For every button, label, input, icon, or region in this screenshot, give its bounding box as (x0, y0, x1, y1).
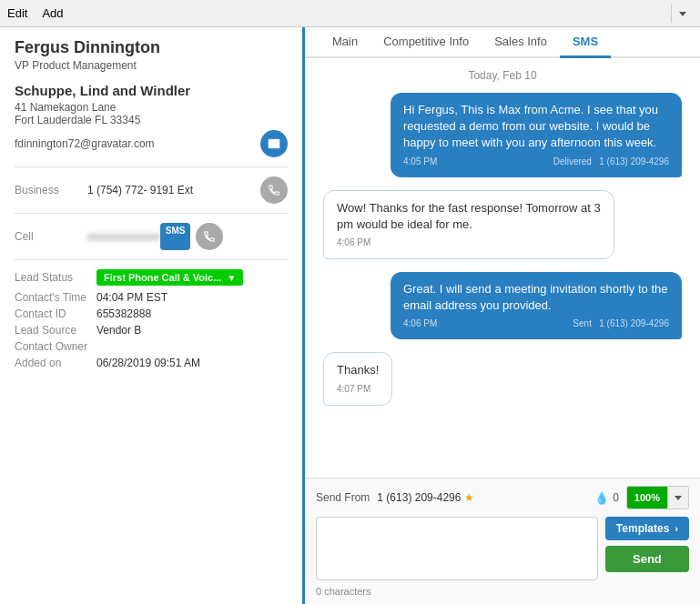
message-time: 4:06 PM (337, 237, 370, 249)
message-meta: 4:06 PM (337, 237, 601, 249)
send-button[interactable]: Send (605, 546, 689, 572)
added-on-label: Added on (15, 357, 96, 369)
message-bubble: Hi Fergus, This is Max from Acme. I see … (391, 93, 682, 177)
message-meta: 4:05 PM Delivered 1 (613) 209-4296 (403, 156, 669, 168)
envelope-icon (268, 137, 280, 150)
company-name: Schuppe, Lind and Windler (15, 83, 288, 98)
lead-source-value: Vendor B (96, 324, 288, 337)
edit-menu[interactable]: Edit (7, 6, 27, 20)
cell-phone-value: ●●●●●●●●●●● (87, 230, 160, 243)
phone-icon (268, 184, 280, 196)
date-label: Today, Feb 10 (323, 69, 682, 82)
message-bubble: Great. I will send a meeting invitation … (391, 272, 682, 339)
contacts-time-label: Contact's Time (15, 291, 96, 304)
message-text: Great. I will send a meeting invitation … (403, 281, 669, 314)
phone-number-text: 1 (613) 209-4296 (377, 491, 461, 504)
cell-phone-row: Cell ●●●●●●●●●●● SMS (15, 223, 288, 250)
contact-name: Fergus Dinnington (15, 38, 288, 57)
credit-indicator: 💧 0 (594, 491, 619, 505)
message-status: Sent 1 (613) 209-4296 (573, 317, 669, 330)
star-icon: ★ (464, 491, 474, 504)
chevron-down-icon (674, 493, 683, 502)
address-line2: Fort Lauderdale FL 33345 (15, 114, 288, 126)
action-buttons: Templates › Send (605, 517, 689, 572)
progress-bar: 100% (627, 487, 667, 508)
message-time: 4:05 PM (403, 156, 437, 168)
send-from-row: Send From 1 (613) 209-4296 ★ 💧 0 100% (316, 486, 689, 509)
lead-status-row: Lead Status First Phone Call & Voic... ▼ (15, 269, 288, 286)
message-meta: 4:07 PM (337, 383, 379, 396)
address-line1: 41 Namekagon Lane (15, 101, 288, 114)
added-on-value: 06/28/2019 09:51 AM (96, 357, 288, 369)
business-phone-label: Business (15, 184, 87, 196)
tab-sales-info[interactable]: Sales Info (482, 27, 560, 58)
contact-owner-label: Contact Owner (15, 340, 96, 353)
contact-id-label: Contact ID (15, 307, 96, 320)
message-input[interactable] (316, 517, 598, 580)
message-status: Delivered 1 (613) 209-4296 (553, 156, 669, 168)
divider3 (15, 259, 288, 260)
message-row: Thanks! 4:07 PM (323, 352, 682, 405)
lead-status-label: Lead Status (15, 271, 96, 284)
send-from-number: 1 (613) 209-4296 ★ (377, 491, 474, 504)
main-content: Fergus Dinnington VP Product Management … (0, 27, 700, 604)
message-row: Hi Fergus, This is Max from Acme. I see … (323, 93, 682, 177)
menu-bar: Edit Add (0, 0, 700, 27)
contact-info-grid: Contact's Time 04:04 PM EST Contact ID 6… (15, 291, 288, 369)
email-address: fdinnington72@gravatar.com (15, 137, 253, 150)
tabs-bar: Main Competitive Info Sales Info SMS (305, 27, 700, 58)
tab-sms[interactable]: SMS (560, 27, 611, 58)
right-panel: Main Competitive Info Sales Info SMS Tod… (305, 27, 700, 604)
lead-status-value: First Phone Call & Voic... (104, 272, 221, 283)
message-bubble: Wow! Thanks for the fast response! Tomor… (323, 190, 614, 259)
lead-source-label: Lead Source (15, 324, 96, 337)
message-time: 4:07 PM (337, 383, 370, 396)
svg-marker-1 (675, 496, 682, 500)
templates-label: Templates (616, 522, 669, 535)
business-phone-row: Business 1 (754) 772- 9191 Ext (15, 176, 288, 204)
progress-dropdown-arrow[interactable] (667, 487, 688, 508)
left-panel: Fergus Dinnington VP Product Management … (0, 27, 305, 604)
message-row: Wow! Thanks for the fast response! Tomor… (323, 190, 682, 259)
send-from-label: Send From (316, 491, 370, 504)
menu-dropdown-arrow[interactable] (671, 4, 693, 23)
templates-button[interactable]: Templates › (605, 517, 689, 540)
cell-phone-icons: SMS (160, 223, 224, 250)
divider1 (15, 166, 288, 167)
tab-main[interactable]: Main (320, 27, 370, 58)
message-time: 4:06 PM (403, 317, 437, 330)
email-row: fdinnington72@gravatar.com (15, 130, 288, 157)
business-phone-icons (260, 176, 288, 204)
message-text: Wow! Thanks for the fast response! Tomor… (337, 200, 601, 233)
add-menu[interactable]: Add (42, 6, 63, 20)
divider2 (15, 213, 288, 214)
lead-status-arrow: ▼ (227, 273, 236, 283)
cell-phone-label: Cell (15, 230, 87, 243)
contact-owner-value (96, 340, 288, 353)
message-meta: 4:06 PM Sent 1 (613) 209-4296 (403, 317, 669, 330)
contact-title: VP Product Management (15, 59, 288, 72)
char-count: 0 characters (316, 586, 689, 597)
contacts-time-value: 04:04 PM EST (96, 291, 288, 304)
sms-badge[interactable]: SMS (160, 223, 191, 250)
send-area: Send From 1 (613) 209-4296 ★ 💧 0 100% (305, 478, 700, 604)
business-phone-call-icon[interactable] (260, 176, 288, 204)
contact-id-value: 655382888 (96, 307, 288, 320)
message-bubble: Thanks! 4:07 PM (323, 352, 392, 405)
message-text: Hi Fergus, This is Max from Acme. I see … (403, 102, 669, 152)
tab-competitive-info[interactable]: Competitive Info (370, 27, 482, 58)
phone-icon-cell (203, 230, 216, 243)
email-icon-button[interactable] (260, 130, 288, 157)
lead-status-dropdown[interactable]: First Phone Call & Voic... ▼ (96, 269, 243, 286)
progress-dropdown: 100% (626, 486, 689, 509)
drop-icon: 💧 (594, 491, 609, 505)
textarea-row: Templates › Send (316, 517, 689, 580)
credit-value: 0 (613, 491, 619, 504)
dropdown-icon (677, 8, 688, 19)
templates-chevron-icon: › (675, 523, 678, 534)
cell-phone-call-icon[interactable] (196, 223, 223, 250)
business-phone-value: 1 (754) 772- 9191 Ext (87, 184, 260, 196)
message-text: Thanks! (337, 362, 379, 378)
message-row: Great. I will send a meeting invitation … (323, 272, 682, 339)
svg-marker-0 (679, 12, 686, 16)
